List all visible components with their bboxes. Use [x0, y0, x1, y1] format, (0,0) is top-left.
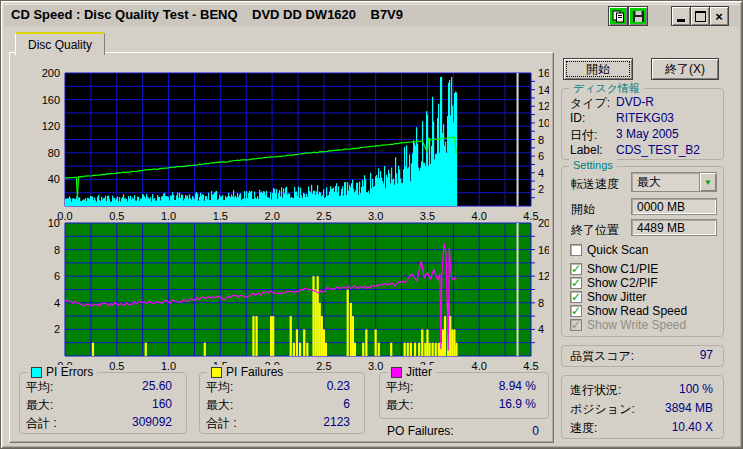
- pi-failures-statbox: PI Failures 平均:0.23 最大:6 合計 :2123: [199, 372, 365, 434]
- checkbox-label: Show Read Speed: [587, 304, 687, 318]
- checkbox-label: Show Jitter: [587, 290, 646, 304]
- checkbox-box: ✓: [570, 305, 582, 317]
- title-bar: CD Speed : Disc Quality Test - BENQ DVD …: [4, 4, 739, 26]
- maximize-button[interactable]: [690, 6, 710, 26]
- svg-text:1.0: 1.0: [161, 360, 176, 372]
- pi-failures-title: PI Failures: [226, 365, 283, 379]
- checkbox-box: ✓: [570, 244, 582, 256]
- jitter-average-row: 平均:8.94 %: [386, 379, 536, 396]
- pi-errors-total-row: 合計 :309092: [26, 415, 172, 432]
- checkbox-quick-scan[interactable]: ✓ Quick Scan: [570, 243, 648, 257]
- position-row: ポジション:3894 MB: [570, 401, 713, 418]
- checkbox-box: ✓: [570, 291, 582, 303]
- close-button[interactable]: ×: [709, 6, 729, 26]
- checkbox-label: Show C2/PIF: [587, 276, 658, 290]
- svg-text:20: 20: [538, 217, 549, 229]
- pi-errors-average-row: 平均:25.60: [26, 379, 172, 396]
- save-button[interactable]: [628, 6, 648, 26]
- pi-errors-statbox: PI Errors 平均:25.60 最大:160 合計 :309092: [19, 372, 187, 434]
- jitter-swatch: [391, 367, 402, 378]
- svg-text:4: 4: [538, 167, 544, 179]
- svg-text:2: 2: [54, 323, 60, 335]
- chevron-down-icon[interactable]: ▼: [699, 173, 716, 191]
- checkbox-show-jitter[interactable]: ✓ Show Jitter: [570, 290, 646, 304]
- checkbox-show-c1-pie[interactable]: ✓ Show C1/PIE: [570, 262, 658, 276]
- jitter-title: Jitter: [406, 365, 432, 379]
- disc-info-group: ディスク情報 タイプ:DVD-R ID:RITEKG03 日付:3 May 20…: [561, 88, 724, 160]
- speed-combo[interactable]: 最大 ▼: [631, 172, 717, 192]
- pi-failures-jitter-chart: 108642201612840.00.51.01.52.02.53.03.54.…: [19, 213, 549, 373]
- svg-text:10: 10: [48, 217, 60, 229]
- quality-score-box: 品質スコア:97: [561, 345, 724, 367]
- svg-text:8: 8: [538, 134, 544, 146]
- copy-button[interactable]: [608, 6, 628, 26]
- speed-combo-value: 最大: [632, 174, 699, 191]
- checkbox-box: ✓: [570, 319, 582, 331]
- svg-text:8: 8: [54, 244, 60, 256]
- svg-text:2.5: 2.5: [316, 360, 331, 372]
- po-failures-row: PO Failures:0: [387, 424, 539, 438]
- progress-box: 進行状況:100 % ポジション:3894 MB 速度:10.40 X: [561, 375, 724, 439]
- svg-text:120: 120: [42, 120, 60, 132]
- svg-text:14: 14: [538, 84, 549, 96]
- svg-text:4.5: 4.5: [523, 360, 538, 372]
- svg-text:3.0: 3.0: [368, 360, 383, 372]
- copy-pages-icon: [612, 10, 625, 23]
- checkbox-label: Quick Scan: [587, 243, 648, 257]
- disc-type-row: タイプ:DVD-R: [570, 95, 715, 112]
- svg-text:200: 200: [42, 67, 60, 79]
- start-position-field[interactable]: 0000 MB: [631, 198, 717, 215]
- pi-errors-title: PI Errors: [46, 365, 93, 379]
- minimize-icon: [677, 19, 685, 22]
- checkbox-box: ✓: [570, 263, 582, 275]
- svg-text:6: 6: [538, 150, 544, 162]
- pi-errors-max-row: 最大:160: [26, 397, 172, 414]
- end-position-field[interactable]: 4489 MB: [631, 219, 717, 236]
- close-icon: ×: [715, 10, 723, 23]
- svg-text:0.5: 0.5: [109, 360, 124, 372]
- pi-failures-average-row: 平均:0.23: [206, 379, 350, 396]
- exit-button[interactable]: 終了(X): [651, 58, 719, 80]
- svg-text:16: 16: [538, 67, 549, 79]
- svg-text:16: 16: [538, 244, 549, 256]
- checkbox-box: ✓: [570, 277, 582, 289]
- svg-text:4: 4: [54, 297, 60, 309]
- svg-text:4.0: 4.0: [472, 360, 487, 372]
- pi-failures-total-row: 合計 :2123: [206, 415, 350, 432]
- disc-date-row: 日付:3 May 2005: [570, 127, 715, 144]
- app-window: CD Speed : Disc Quality Test - BENQ DVD …: [0, 0, 743, 449]
- start-button[interactable]: 開始: [563, 58, 633, 80]
- speed-label: 転送速度: [571, 176, 619, 193]
- progress-row: 進行状況:100 %: [570, 382, 713, 399]
- pi-failures-swatch: [211, 367, 222, 378]
- window-title: CD Speed : Disc Quality Test - BENQ DVD …: [11, 7, 403, 22]
- disc-label-row: Label:CDS_TEST_B2: [570, 143, 715, 157]
- svg-text:8: 8: [538, 297, 544, 309]
- checkbox-show-read-speed[interactable]: ✓ Show Read Speed: [570, 304, 687, 318]
- checkbox-show-c2-pif[interactable]: ✓ Show C2/PIF: [570, 276, 658, 290]
- maximize-icon: [695, 11, 706, 22]
- pi-failures-max-row: 最大:6: [206, 397, 350, 414]
- checkbox-label: Show Write Speed: [587, 318, 686, 332]
- svg-text:80: 80: [48, 147, 60, 159]
- svg-text:2: 2: [538, 183, 544, 195]
- svg-text:160: 160: [42, 94, 60, 106]
- pi-errors-read-speed-chart: 20016012080401614121086420.00.51.01.52.0…: [19, 63, 549, 223]
- checkbox-show-write-speed[interactable]: ✓ Show Write Speed: [570, 318, 686, 332]
- svg-text:12: 12: [538, 100, 549, 112]
- svg-text:40: 40: [48, 173, 60, 185]
- settings-title: Settings: [569, 159, 617, 171]
- svg-text:12: 12: [538, 270, 549, 282]
- svg-text:4: 4: [538, 323, 544, 335]
- start-position-label: 開始: [571, 201, 595, 218]
- minimize-button[interactable]: [671, 6, 691, 26]
- jitter-statbox: Jitter 平均:8.94 % 最大:16.9 %: [379, 372, 549, 419]
- disc-info-title: ディスク情報: [569, 81, 644, 96]
- svg-text:6: 6: [54, 270, 60, 282]
- tab-label: Disc Quality: [28, 38, 92, 52]
- disc-id-row: ID:RITEKG03: [570, 111, 715, 125]
- tab-disc-quality[interactable]: Disc Quality: [15, 32, 105, 55]
- jitter-max-row: 最大:16.9 %: [386, 397, 536, 414]
- floppy-save-icon: [632, 10, 645, 23]
- speed-row: 速度:10.40 X: [570, 420, 713, 437]
